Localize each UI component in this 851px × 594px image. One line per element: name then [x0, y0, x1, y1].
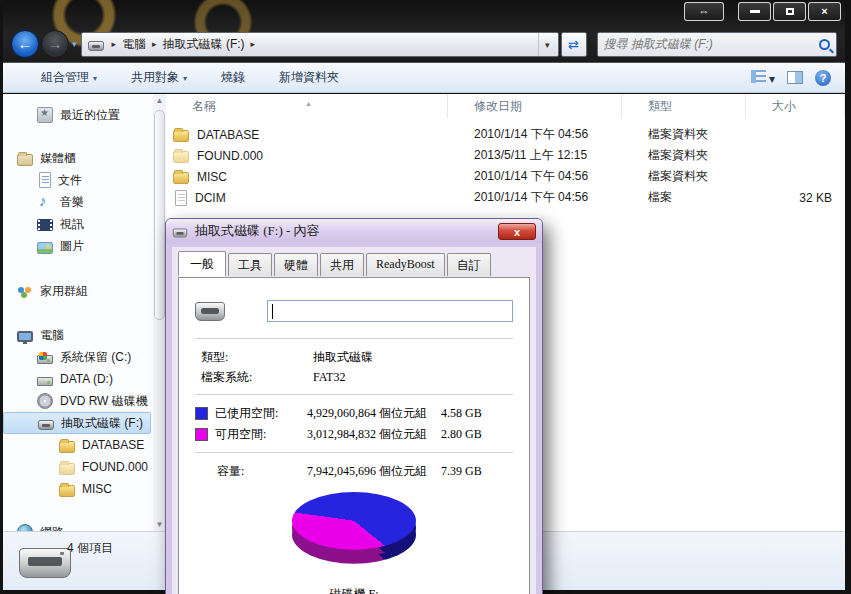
sidebar-item-recent-places[interactable]: 最近的位置: [3, 104, 166, 126]
computer-icon: [17, 331, 33, 342]
sidebar-item-misc[interactable]: MISC: [3, 478, 166, 500]
sidebar-item-music[interactable]: 音樂: [3, 191, 166, 213]
file-row-database[interactable]: DATABASE 2010/1/14 下午 04:56 檔案資料夾: [166, 124, 845, 145]
documents-icon: [39, 172, 51, 188]
separator: [195, 452, 513, 454]
preview-pane-button[interactable]: [787, 71, 803, 84]
breadcrumb-arrow-icon: ▸: [251, 39, 256, 49]
separator: [195, 338, 513, 340]
dvd-icon: [37, 393, 53, 409]
sidebar-item-pictures[interactable]: 圖片: [3, 235, 166, 257]
volume-label-field[interactable]: [267, 300, 513, 322]
search-icon[interactable]: [819, 39, 830, 50]
sidebar-item-documents[interactable]: 文件: [3, 169, 166, 191]
maximize-button[interactable]: [773, 2, 806, 21]
picture-icon: [37, 242, 53, 254]
folder-icon: [59, 485, 75, 497]
tab-readyboost[interactable]: ReadyBoost: [366, 253, 445, 276]
music-note-icon: [37, 194, 53, 210]
sidebar-item-libraries[interactable]: 媒體櫃: [3, 147, 166, 169]
drive-icon: [173, 229, 187, 238]
file-icon: [175, 190, 187, 206]
column-header-type[interactable]: 類型: [622, 94, 746, 118]
dialog-close-button[interactable]: x: [498, 223, 536, 240]
organize-button[interactable]: 組合管理▾: [31, 64, 107, 91]
sidebar-item-homegroup[interactable]: 家用群組: [3, 280, 166, 302]
sidebar-item-data-d[interactable]: DATA (D:): [3, 368, 166, 390]
column-header-date[interactable]: 修改日期: [448, 94, 622, 118]
network-icon: [17, 524, 33, 531]
search-input[interactable]: [604, 37, 819, 51]
text-caret: [272, 304, 273, 319]
minimize-button[interactable]: [738, 2, 771, 21]
column-headers: ▴名稱 修改日期 類型 大小: [166, 94, 845, 118]
sidebar-item-found000[interactable]: FOUND.000: [3, 456, 166, 478]
volume-label-input[interactable]: [268, 301, 512, 321]
address-dropdown-icon[interactable]: ▾: [538, 33, 556, 56]
window-controls: ⇔ ×: [684, 2, 841, 21]
tab-general[interactable]: 一般: [178, 251, 226, 276]
address-bar[interactable]: ▸ 電腦 ▸ 抽取式磁碟 (F:) ▸ ▾: [81, 32, 559, 57]
burn-button[interactable]: 燒錄: [211, 64, 255, 91]
new-folder-button[interactable]: 新增資料夾: [269, 64, 349, 91]
filesystem-label: 檔案系統:: [201, 369, 313, 386]
breadcrumb-removable-disk[interactable]: 抽取式磁碟 (F:): [163, 36, 245, 53]
scroll-up-icon[interactable]: ▲: [153, 94, 166, 107]
tab-hardware[interactable]: 硬體: [274, 253, 318, 276]
folder-icon: [173, 151, 189, 163]
sidebar-item-database[interactable]: DATABASE: [3, 434, 166, 456]
views-icon: [751, 70, 766, 83]
back-button[interactable]: ←: [11, 30, 39, 58]
folder-icon: [59, 441, 75, 453]
folder-icon: [173, 130, 189, 142]
sidebar-item-dvd-rw[interactable]: DVD RW 磁碟機: [3, 390, 166, 412]
free-space-gb: 2.80 GB: [441, 427, 513, 442]
sidebar-item-system-reserved-c[interactable]: 系統保留 (C:): [3, 346, 166, 368]
swap-window-button[interactable]: ⇔: [684, 2, 724, 21]
capacity-label: 容量:: [195, 463, 307, 480]
column-header-size[interactable]: 大小: [746, 94, 845, 118]
refresh-button[interactable]: ⇄: [561, 32, 587, 57]
folder-icon: [59, 463, 75, 475]
tab-tools[interactable]: 工具: [228, 253, 272, 276]
capacity-gb: 7.39 GB: [441, 464, 513, 479]
sidebar-item-computer[interactable]: 電腦: [3, 324, 166, 346]
removable-drive-icon: [195, 302, 225, 321]
item-count: 4 個項目: [67, 540, 113, 557]
free-space-label: 可用空間:: [215, 426, 307, 443]
command-toolbar: 組合管理▾ 共用對象▾ 燒錄 新增資料夾 ▾ ?: [3, 62, 845, 93]
filesystem-value: FAT32: [313, 370, 513, 385]
close-button[interactable]: ×: [808, 2, 841, 21]
history-dropdown-icon[interactable]: ▾: [72, 39, 77, 49]
scrollbar-thumb[interactable]: [154, 110, 165, 320]
file-row-found000[interactable]: FOUND.000 2013/5/11 上午 12:15 檔案資料夾: [166, 145, 845, 166]
pie-caption: 磁碟機 F:: [195, 586, 513, 594]
pie-top: [292, 492, 416, 550]
tab-sharing[interactable]: 共用: [320, 253, 364, 276]
folder-icon: [173, 172, 189, 184]
forward-button[interactable]: →: [41, 30, 69, 58]
breadcrumb-computer[interactable]: 電腦: [122, 36, 146, 53]
tab-customize[interactable]: 自訂: [447, 253, 491, 276]
dialog-title: 抽取式磁碟 (F:) - 內容: [195, 222, 320, 240]
file-row-dcim[interactable]: DCIM 2010/1/14 下午 04:56 檔案 32 KB: [166, 187, 845, 208]
breadcrumb-arrow-icon: ▸: [112, 39, 117, 49]
properties-dialog: 抽取式磁碟 (F:) - 內容 x 一般 工具 硬體 共用 ReadyBoost…: [165, 218, 543, 594]
file-row-misc[interactable]: MISC 2010/1/14 下午 04:56 檔案資料夾: [166, 166, 845, 187]
recent-places-icon: [37, 107, 53, 123]
sidebar-item-videos[interactable]: 視訊: [3, 213, 166, 235]
sidebar-item-network[interactable]: 網路: [3, 521, 166, 531]
help-button[interactable]: ?: [815, 70, 831, 86]
search-box[interactable]: [597, 32, 837, 57]
share-with-button[interactable]: 共用對象▾: [121, 64, 197, 91]
used-space-label: 已使用空間:: [215, 405, 307, 422]
column-header-name[interactable]: ▴名稱: [166, 94, 448, 118]
used-space-swatch: [195, 407, 208, 420]
general-tab-page: 類型: 抽取式磁碟 檔案系統: FAT32 已使用空間: 4,929,060,8…: [178, 277, 530, 594]
sidebar-item-removable-disk-f[interactable]: 抽取式磁碟 (F:): [3, 412, 151, 434]
homegroup-icon: [17, 283, 33, 299]
dialog-titlebar[interactable]: 抽取式磁碟 (F:) - 內容 x: [166, 219, 542, 243]
hard-drive-icon: [37, 377, 53, 386]
views-button[interactable]: ▾: [751, 70, 775, 86]
drive-icon: [88, 41, 104, 51]
